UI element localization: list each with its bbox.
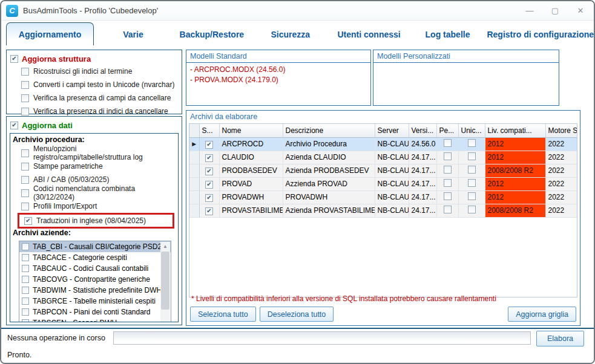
column-header[interactable]: Unic...: [458, 124, 485, 137]
checkbox[interactable]: [10, 55, 18, 63]
checkbox[interactable]: [22, 287, 29, 294]
table-row[interactable]: PROVADAzzienda PROVADNB-CLAU...24.17...2…: [189, 177, 577, 190]
column-header[interactable]: Server: [375, 124, 409, 137]
elabora-button[interactable]: Elabora: [536, 331, 584, 346]
checkbox-item-aggiorna-struttura[interactable]: Aggiorna struttura: [10, 53, 178, 65]
cell-server: NB-CLAU...: [375, 137, 409, 151]
table-row[interactable]: CLAUDIOAzienda CLAUDIONB-CLAU...24.17...…: [189, 151, 577, 164]
tab-registro-di-configurazione[interactable]: Registro di configurazione: [487, 21, 594, 45]
checkbox-item[interactable]: Profili Import/Export: [21, 200, 176, 213]
checkbox[interactable]: [21, 189, 29, 197]
checkbox[interactable]: [21, 149, 29, 157]
maximize-icon[interactable]: ▢: [547, 4, 564, 18]
checkbox[interactable]: [22, 297, 29, 305]
checkbox-item[interactable]: Codici nomenclatura combinata (30/12/202…: [21, 186, 176, 200]
table-row[interactable]: PROVASTABILIMENT...Azienda PROVASTABILIM…: [189, 204, 577, 217]
unicode-checkbox[interactable]: [468, 206, 476, 213]
list-item[interactable]: TABCOVG - Contropartite generiche: [19, 274, 171, 285]
checkbox[interactable]: [22, 243, 29, 250]
table-row[interactable]: PROVADWHPROVADWHNB-CLAU...24.17...201220…: [189, 190, 577, 204]
table-row[interactable]: PRODBASEDEVAzienda PRODBASEDEVNB-CLAU...…: [189, 164, 577, 177]
row-select-checkbox[interactable]: [205, 207, 213, 215]
checkbox[interactable]: [10, 122, 18, 129]
row-indicator-header: [189, 124, 199, 137]
pe-checkbox[interactable]: [444, 206, 452, 213]
checkbox[interactable]: [21, 94, 29, 102]
checkbox[interactable]: [22, 319, 29, 322]
pe-checkbox[interactable]: [444, 179, 452, 187]
row-select-checkbox[interactable]: [205, 181, 213, 189]
column-header[interactable]: Versi...: [409, 124, 436, 137]
cell-server: NB-CLAU...: [375, 151, 409, 164]
column-header[interactable]: S...: [199, 124, 219, 137]
tab-backup-restore[interactable]: Backup/Restore: [173, 21, 251, 45]
cell-versione: 24.17...: [409, 151, 436, 164]
unicode-checkbox[interactable]: [468, 166, 476, 174]
checkbox[interactable]: [21, 163, 29, 171]
list-item[interactable]: TABCACE - Categorie cespiti: [19, 252, 171, 263]
checkbox-item[interactable]: Traduzioni in inglese (08/04/2025): [24, 215, 171, 227]
checkbox[interactable]: [22, 254, 29, 261]
list-item[interactable]: TABDWIM - Statistiche predefinite DWH: [19, 285, 171, 296]
app-window: C BusAdminTools - Profilo 'Cubedevelop' …: [0, 0, 595, 364]
checkbox[interactable]: [24, 217, 32, 225]
list-item-label: TABDWIM - Statistiche predefinite DWH: [33, 286, 162, 294]
tab-utenti-connessi[interactable]: Utenti connessi: [330, 21, 409, 45]
checkbox[interactable]: [22, 308, 29, 316]
column-header[interactable]: Liv. compati...: [485, 124, 545, 137]
list-item-label: TABCAUC - Codici Causali contabili: [33, 264, 148, 273]
cell-compatibilita: 2008/2008 R2: [485, 164, 545, 177]
column-header[interactable]: Nome: [219, 124, 283, 137]
close-icon[interactable]: ✕: [572, 4, 589, 18]
table-row[interactable]: ▶ARCPROCDArchivio ProceduraNB-CLAU...24.…: [189, 137, 577, 151]
checkbox[interactable]: [22, 265, 29, 272]
checkbox-item[interactable]: Verifica la presenza di campi da cancell…: [21, 91, 178, 105]
tab-sicurezza[interactable]: Sicurezza: [251, 21, 330, 45]
checkbox-item-aggiorna-dati[interactable]: Aggiorna dati: [10, 119, 178, 131]
column-header[interactable]: Descrizione: [283, 124, 375, 137]
scroll-up-icon[interactable]: ▲: [160, 242, 170, 251]
row-select-checkbox[interactable]: [205, 154, 213, 162]
row-select-checkbox[interactable]: [205, 141, 213, 149]
checkbox-item[interactable]: Converti i campi testo in Unicode (nvarc…: [21, 78, 178, 91]
cell-nome: PROVAD: [219, 177, 283, 190]
unicode-checkbox[interactable]: [468, 139, 476, 147]
row-select-checkbox[interactable]: [205, 194, 213, 202]
unicode-checkbox[interactable]: [468, 192, 476, 200]
minimize-icon[interactable]: —: [521, 4, 538, 18]
cell-versione: 24.17...: [409, 177, 436, 190]
pe-checkbox[interactable]: [444, 192, 452, 200]
cell-versione: 24.17...: [409, 164, 436, 177]
scrollbar-thumb[interactable]: [161, 252, 169, 310]
tab-log-tabelle[interactable]: Log tabelle: [409, 21, 487, 45]
cell-nome: ARCPROCD: [219, 137, 283, 151]
unicode-checkbox[interactable]: [468, 152, 476, 160]
checkbox-item[interactable]: Menu/opzioni registro/campi/tabelle/stru…: [21, 146, 176, 160]
pe-checkbox[interactable]: [444, 139, 452, 147]
tab-aggiornamento[interactable]: Aggiornamento: [6, 22, 94, 45]
checkbox-item[interactable]: Stampe parametriche: [21, 160, 176, 173]
refresh-grid-button[interactable]: Aggiorna griglia: [508, 307, 576, 322]
deselect-all-button[interactable]: Deseleziona tutto: [260, 307, 334, 322]
checkbox[interactable]: [21, 108, 29, 115]
select-all-button[interactable]: Seleziona tutto: [190, 307, 256, 322]
list-item[interactable]: TABGRCE - Tabelle ministeriali cespiti: [19, 296, 171, 307]
checkbox[interactable]: [21, 81, 29, 89]
scrollbar-vertical[interactable]: ▲ ▼: [160, 242, 170, 322]
tab-varie[interactable]: Varie: [94, 21, 173, 45]
pe-checkbox[interactable]: [444, 152, 452, 160]
checkbox[interactable]: [21, 68, 29, 76]
checkbox[interactable]: [21, 176, 29, 184]
list-item[interactable]: TABSCEN - Scenari DWH: [19, 317, 171, 322]
list-item[interactable]: TABCAUC - Codici Causali contabili: [19, 263, 171, 274]
row-select-checkbox[interactable]: [205, 167, 213, 175]
list-item[interactable]: TAB_CBI - Causali CBI/Categorie PSD2: [19, 241, 171, 252]
checkbox[interactable]: [21, 203, 29, 210]
list-item[interactable]: TABPCON - Piani dei conti Standard: [19, 307, 171, 317]
column-header[interactable]: Pe...: [436, 124, 458, 137]
checkbox[interactable]: [22, 276, 29, 283]
pe-checkbox[interactable]: [444, 166, 452, 174]
column-header[interactable]: Motore SQL: [545, 124, 577, 137]
checkbox-item[interactable]: Ricostruisci gli indici al termine: [21, 65, 178, 78]
unicode-checkbox[interactable]: [468, 179, 476, 187]
